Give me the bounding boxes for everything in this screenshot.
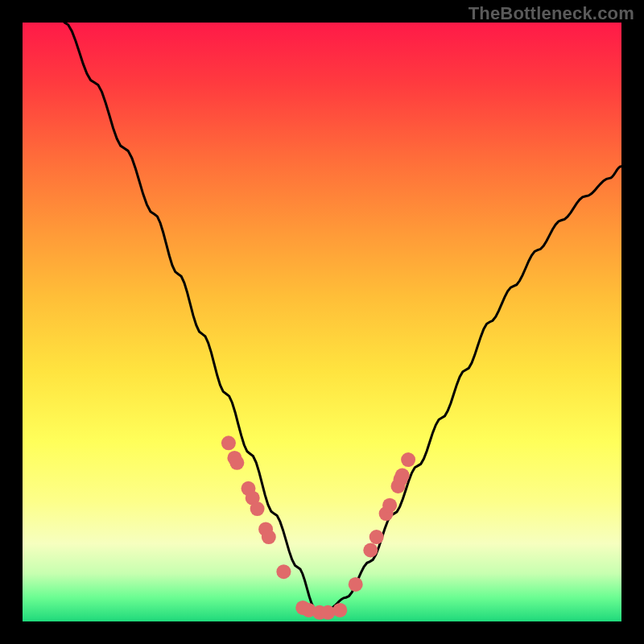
data-point <box>369 530 384 544</box>
data-point <box>332 603 347 617</box>
data-point <box>320 605 335 620</box>
data-point <box>221 436 236 450</box>
data-point <box>382 498 397 513</box>
data-point <box>276 564 291 579</box>
chart-frame: TheBottleneck.com <box>0 0 644 644</box>
bottleneck-curve <box>64 23 621 609</box>
data-point <box>363 543 378 558</box>
bottleneck-curve-svg <box>23 23 621 621</box>
plot-area <box>23 23 621 621</box>
data-point <box>349 577 363 592</box>
data-point <box>262 530 276 544</box>
data-point <box>250 502 265 516</box>
data-point <box>229 456 244 470</box>
data-point <box>401 452 415 467</box>
data-point <box>395 469 410 483</box>
watermark-text: TheBottleneck.com <box>469 3 634 24</box>
